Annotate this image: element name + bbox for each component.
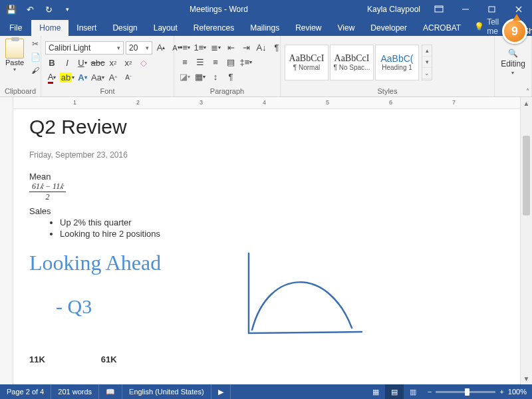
horizontal-ruler[interactable]: 1 2 3 4 5 6 7 (13, 97, 520, 109)
zoom-slider[interactable] (436, 391, 495, 393)
pilcrow-icon[interactable]: ¶ (224, 71, 237, 83)
value-row[interactable]: 11K 61K (29, 354, 504, 364)
grow-font2-icon[interactable]: A^ (106, 72, 120, 84)
vertical-scrollbar[interactable]: ▲ ▼ (520, 97, 532, 384)
tab-insert[interactable]: Insert (68, 20, 104, 36)
font-size-combo[interactable]: 20▾ (126, 41, 152, 55)
tab-home[interactable]: Home (31, 20, 68, 36)
tab-design[interactable]: Design (104, 20, 145, 36)
doc-heading[interactable]: Q2 Review (29, 116, 504, 138)
decrease-indent-icon[interactable]: ⇤ (224, 42, 237, 54)
copy-icon[interactable]: 📄 (29, 52, 41, 63)
ruler-mark: 4 (263, 99, 266, 106)
status-words[interactable]: 201 words (51, 384, 99, 399)
change-case-button[interactable]: Aa▾ (91, 72, 104, 84)
styles-down-icon[interactable]: ▾ (422, 57, 432, 68)
chevron-down-icon: ▾ (146, 45, 149, 51)
align-center-icon[interactable]: ☰ (194, 57, 207, 68)
status-proofing[interactable]: 📖 (99, 384, 122, 399)
style-name: Heading 1 (382, 64, 412, 71)
italic-button[interactable]: I (61, 57, 74, 69)
editing-button[interactable]: 🔍 Editing ▾ (501, 49, 525, 76)
increase-indent-icon[interactable]: ⇥ (239, 42, 253, 54)
bullets-button[interactable]: •≡▾ (178, 42, 192, 54)
scroll-up-icon[interactable]: ▲ (521, 97, 532, 109)
tab-developer[interactable]: Developer (362, 20, 415, 36)
zoom-value[interactable]: 100% (508, 388, 527, 396)
font-color-button[interactable]: A▾ (45, 72, 59, 84)
style-normal[interactable]: AaBbCcI¶ Normal (285, 45, 329, 80)
subscript-button[interactable]: x2 (106, 57, 120, 69)
borders-button[interactable]: ▦▾ (194, 71, 207, 83)
list-item[interactable]: Up 2% this quarter (60, 217, 504, 227)
sort-icon[interactable]: A↓ (255, 42, 268, 54)
styles-up-icon[interactable]: ▴ (422, 45, 432, 57)
tab-view[interactable]: View (330, 20, 363, 36)
strikethrough-button[interactable]: abc (91, 57, 104, 69)
tab-file[interactable]: File (0, 20, 31, 36)
read-mode-icon[interactable]: ▦ (366, 384, 385, 399)
collapse-ribbon-icon[interactable]: ˄ (526, 88, 529, 95)
tab-mailings[interactable]: Mailings (242, 20, 287, 36)
line-spacing-icon[interactable]: ‡≡▾ (239, 57, 253, 68)
clear-formatting-icon[interactable]: ◇ (137, 57, 150, 69)
format-painter-icon[interactable]: 🖌 (29, 65, 41, 76)
sort2-icon[interactable]: ↕ (209, 71, 222, 83)
document-area[interactable]: Q2 Review Friday, September 23, 2016 Mea… (13, 109, 520, 384)
status-macro[interactable]: ▶ (211, 384, 231, 399)
multilevel-button[interactable]: ≣▾ (209, 42, 222, 54)
grow-font-icon[interactable]: A▴ (154, 42, 168, 54)
ribbon-options-icon[interactable] (426, 0, 452, 19)
redo-icon[interactable]: ↻ (40, 1, 57, 17)
mean-label[interactable]: Mean (29, 172, 504, 182)
style-nospacing[interactable]: AaBbCcI¶ No Spac... (330, 45, 374, 80)
print-layout-icon[interactable]: ▤ (385, 384, 404, 399)
superscript-button[interactable]: x2 (122, 57, 135, 69)
web-layout-icon[interactable]: ▥ (404, 384, 422, 399)
ink-drawing[interactable]: Looking Ahead - Q3 (29, 247, 504, 353)
numbering-button[interactable]: 1≡▾ (194, 42, 207, 54)
maximize-icon[interactable] (479, 0, 505, 19)
qat-customize-icon[interactable]: ▾ (59, 1, 76, 17)
tab-references[interactable]: References (186, 20, 242, 36)
bold-button[interactable]: B (45, 57, 59, 69)
scroll-down-icon[interactable]: ▼ (521, 372, 532, 384)
cut-icon[interactable]: ✂ (29, 39, 41, 49)
text-effects-button[interactable]: A▾ (76, 72, 89, 84)
styles-more-icon[interactable]: ⌄ (422, 68, 432, 79)
paste-icon (5, 39, 24, 59)
tell-me[interactable]: 💡 Tell me (469, 17, 504, 36)
sales-label[interactable]: Sales (29, 206, 504, 216)
tab-review[interactable]: Review (287, 20, 329, 36)
group-paragraph: •≡▾ 1≡▾ ≣▾ ⇤ ⇥ A↓ ¶ ≡ ☰ ≡ ▤ ‡≡▾ ◪▾ (174, 36, 281, 96)
shrink-font2-icon[interactable]: Aˇ (122, 72, 135, 84)
scroll-track[interactable] (521, 109, 532, 372)
shading-button[interactable]: ◪▾ (178, 71, 192, 83)
tab-acrobat[interactable]: ACROBAT (415, 20, 469, 36)
user-name[interactable]: Kayla Claypool (362, 5, 426, 14)
equation[interactable]: 61𝑘 − 11𝑘 2 (29, 182, 66, 202)
font-name-combo[interactable]: Calibri Light▾ (45, 41, 124, 55)
zoom-thumb[interactable] (465, 388, 469, 396)
align-right-icon[interactable]: ≡ (209, 57, 222, 68)
vertical-ruler[interactable] (0, 97, 13, 384)
scroll-thumb[interactable] (523, 136, 530, 215)
underline-button[interactable]: U▾ (76, 57, 89, 69)
align-left-icon[interactable]: ≡ (178, 57, 192, 68)
minimize-icon[interactable] (452, 0, 479, 19)
tab-layout[interactable]: Layout (146, 20, 186, 36)
bullet-list[interactable]: Up 2% this quarter Looking to hire 2 pos… (60, 217, 504, 239)
status-page[interactable]: Page 2 of 4 (0, 384, 51, 399)
status-language[interactable]: English (United States) (122, 384, 211, 399)
list-item[interactable]: Looking to hire 2 positions (60, 229, 504, 239)
justify-icon[interactable]: ▤ (224, 57, 237, 68)
save-icon[interactable]: 💾 (3, 1, 20, 17)
zoom-in-icon[interactable]: + (499, 388, 503, 396)
style-heading1[interactable]: AaBbC(Heading 1 (375, 45, 419, 80)
paste-button[interactable]: Paste ▾ (3, 39, 27, 76)
zoom-out-icon[interactable]: − (428, 388, 432, 396)
doc-date[interactable]: Friday, September 23, 2016 (29, 150, 504, 160)
undo-icon[interactable]: ↶ (21, 1, 39, 17)
highlight-button[interactable]: ab▾ (61, 72, 74, 84)
group-clipboard-label: Clipboard (0, 86, 41, 96)
